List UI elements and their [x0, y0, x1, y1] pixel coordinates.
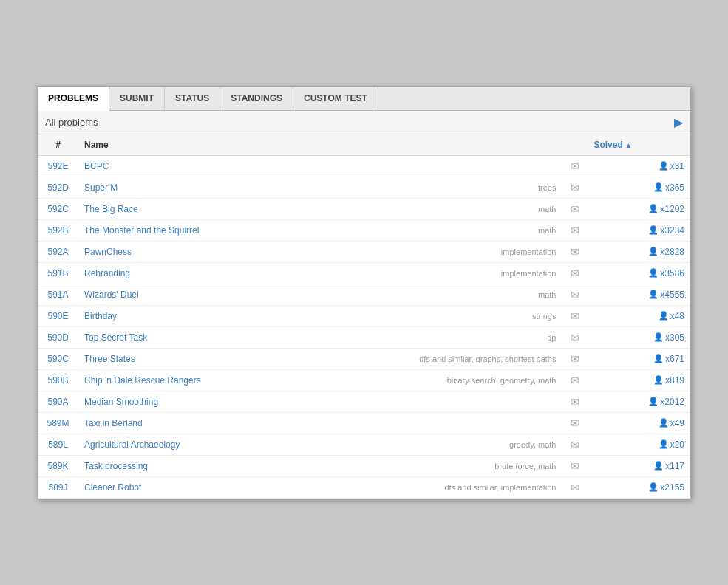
col-header-solved[interactable]: Solved ▲: [588, 134, 690, 156]
expand-icon[interactable]: ▶: [674, 115, 683, 129]
problem-name-link[interactable]: Top Secret Task: [84, 332, 147, 343]
problem-name-link[interactable]: The Monster and the Squirrel: [84, 225, 199, 236]
send-icon[interactable]: ✉: [571, 439, 579, 451]
tab-problems[interactable]: PROBLEMS: [38, 87, 109, 111]
problem-name-link[interactable]: BCPC: [84, 161, 109, 171]
problem-number-link[interactable]: 589M: [47, 418, 69, 428]
tab-standings[interactable]: STANDINGS: [220, 87, 293, 110]
problem-number-link[interactable]: 592A: [47, 247, 68, 257]
section-header: All problems ▶: [38, 111, 690, 134]
problem-action: ✉: [562, 305, 588, 326]
problem-name-cell: The Big Racemath: [78, 198, 562, 219]
problem-number-link[interactable]: 591B: [47, 268, 68, 278]
problem-number-link[interactable]: 592B: [47, 225, 68, 236]
send-icon[interactable]: ✉: [571, 225, 579, 236]
solved-count-link[interactable]: x20: [670, 439, 684, 450]
problem-solved: 👤x3586: [588, 262, 690, 284]
solved-count-link[interactable]: x2012: [660, 397, 684, 407]
solved-count-link[interactable]: x671: [665, 354, 684, 364]
problem-number-link[interactable]: 590B: [47, 375, 68, 386]
send-icon[interactable]: ✉: [571, 160, 579, 172]
send-icon[interactable]: ✉: [571, 267, 579, 279]
problem-action: ✉: [562, 262, 588, 284]
person-icon: 👤: [659, 161, 669, 171]
problem-number-link[interactable]: 590A: [47, 397, 68, 407]
problem-number-link[interactable]: 589J: [48, 482, 67, 493]
table-row: 592BThe Monster and the Squirrelmath✉👤x3…: [38, 219, 690, 241]
problem-name-link[interactable]: Agricultural Archaeology: [84, 439, 180, 450]
person-icon: 👤: [653, 332, 664, 342]
solved-count-link[interactable]: x48: [670, 311, 684, 321]
problem-solved: 👤x20: [588, 434, 690, 455]
send-icon[interactable]: ✉: [571, 246, 579, 258]
solved-count-link[interactable]: x305: [665, 332, 684, 343]
problem-number: 592C: [38, 198, 78, 219]
problem-solved: 👤x2828: [588, 241, 690, 262]
problem-tags: trees: [538, 183, 556, 192]
problem-number-link[interactable]: 589K: [47, 461, 68, 471]
solved-count-link[interactable]: x819: [665, 375, 684, 386]
problem-name-link[interactable]: Birthday: [84, 311, 117, 321]
problem-solved: 👤x365: [588, 177, 690, 198]
main-container: PROBLEMS SUBMIT STATUS STANDINGS CUSTOM …: [37, 86, 691, 499]
problem-action: ✉: [562, 284, 588, 305]
problem-name-link[interactable]: Taxi in Berland: [84, 418, 143, 428]
solved-count-link[interactable]: x2155: [660, 482, 684, 493]
person-icon: 👤: [648, 204, 659, 213]
send-icon[interactable]: ✉: [571, 203, 579, 215]
problem-name-link[interactable]: The Big Race: [84, 204, 138, 214]
table-row: 591AWizards' Duelmath✉👤x4555: [38, 284, 690, 305]
problem-name-cell: Three Statesdfs and similar, graphs, sho…: [78, 348, 562, 369]
send-icon[interactable]: ✉: [571, 332, 579, 343]
problem-name-link[interactable]: Three States: [84, 354, 135, 364]
problem-action: ✉: [562, 455, 588, 476]
problem-solved: 👤x117: [588, 455, 690, 476]
solved-count-link[interactable]: x365: [665, 182, 684, 193]
problem-number: 589M: [38, 412, 78, 434]
solved-count-link[interactable]: x31: [670, 161, 684, 171]
problem-name-link[interactable]: Chip 'n Dale Rescue Rangers: [84, 375, 201, 386]
tab-custom-test[interactable]: CUSTOM TEST: [293, 87, 378, 110]
table-header-row: # Name Solved ▲: [38, 134, 690, 156]
problem-name-link[interactable]: Median Smoothing: [84, 397, 158, 407]
solved-count-link[interactable]: x3234: [660, 225, 684, 236]
send-icon[interactable]: ✉: [571, 482, 579, 493]
solved-count-link[interactable]: x49: [670, 418, 684, 428]
problem-name-link[interactable]: Cleaner Robot: [84, 482, 141, 493]
problem-number-link[interactable]: 589L: [48, 439, 68, 450]
solved-count-link[interactable]: x4555: [660, 290, 684, 300]
problem-name-link[interactable]: PawnChess: [84, 247, 132, 257]
send-icon[interactable]: ✉: [571, 417, 579, 429]
send-icon[interactable]: ✉: [571, 396, 579, 408]
tab-submit[interactable]: SUBMIT: [109, 87, 165, 110]
tab-status[interactable]: STATUS: [165, 87, 220, 110]
problem-number-link[interactable]: 592E: [47, 161, 68, 171]
problem-tags: implementation: [501, 247, 557, 256]
problem-action: ✉: [562, 155, 588, 177]
problem-number-link[interactable]: 590C: [47, 354, 69, 364]
problem-number: 589K: [38, 455, 78, 476]
send-icon[interactable]: ✉: [571, 310, 579, 322]
problem-number: 591B: [38, 262, 78, 284]
solved-count-link[interactable]: x117: [665, 461, 684, 471]
problem-number-link[interactable]: 590E: [47, 311, 68, 321]
send-icon[interactable]: ✉: [571, 289, 579, 301]
send-icon[interactable]: ✉: [571, 460, 579, 472]
problem-name-link[interactable]: Task processing: [84, 461, 148, 471]
solved-count-link[interactable]: x2828: [660, 247, 684, 257]
send-icon[interactable]: ✉: [571, 182, 579, 194]
problem-name-link[interactable]: Super M: [84, 182, 118, 193]
send-icon[interactable]: ✉: [571, 374, 579, 386]
problem-number-link[interactable]: 591A: [47, 290, 68, 300]
solved-count-link[interactable]: x3586: [660, 268, 684, 278]
person-icon: 👤: [648, 290, 659, 299]
send-icon[interactable]: ✉: [571, 353, 579, 365]
problem-number-link[interactable]: 592D: [47, 182, 69, 193]
problem-number-link[interactable]: 590D: [47, 332, 69, 343]
problem-name-link[interactable]: Wizards' Duel: [84, 290, 139, 300]
problem-tags: greedy, math: [509, 440, 556, 449]
problem-number-link[interactable]: 592C: [47, 204, 69, 214]
problem-action: ✉: [562, 326, 588, 348]
problem-name-link[interactable]: Rebranding: [84, 268, 130, 278]
solved-count-link[interactable]: x1202: [660, 204, 684, 214]
